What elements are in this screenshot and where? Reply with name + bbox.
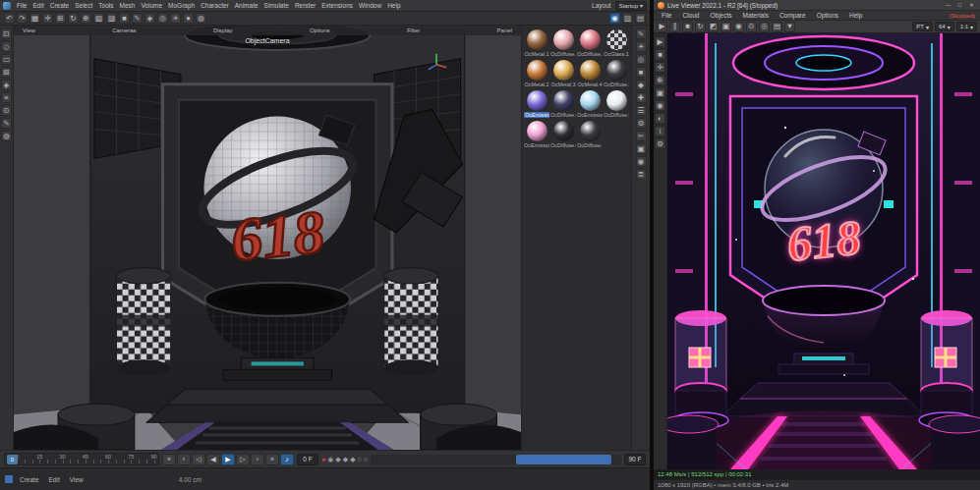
parameter-key-icon[interactable]: ○ xyxy=(358,456,362,463)
samples-select[interactable]: 64▾ xyxy=(935,22,954,31)
render-start-icon[interactable]: ▶ xyxy=(657,22,667,32)
c4d-menu-extensions[interactable]: Extensions xyxy=(318,2,356,9)
zoom-icon[interactable]: ⊕ xyxy=(655,75,665,85)
light-tool-icon[interactable]: ☀ xyxy=(636,41,647,52)
sound-button[interactable]: ♪ xyxy=(280,454,294,465)
end-frame-field[interactable]: 90 F xyxy=(624,454,646,465)
material-icon[interactable]: ● xyxy=(183,13,194,24)
viewport-menu-view[interactable]: View xyxy=(20,27,38,33)
c4d-menu-select[interactable]: Select xyxy=(72,2,95,9)
camera-tool-icon[interactable]: ◎ xyxy=(636,54,647,65)
goto-start-button[interactable]: « xyxy=(162,454,176,465)
camera-icon[interactable]: ◎ xyxy=(759,22,770,32)
polygons-mode-icon[interactable]: ▭ xyxy=(1,54,12,65)
octane-menu-file[interactable]: File xyxy=(659,12,674,19)
pen-icon[interactable]: ✎ xyxy=(1,118,12,129)
cut-icon[interactable]: ✂ xyxy=(636,131,647,141)
pen-tool-icon[interactable]: ✎ xyxy=(636,28,647,39)
maximize-button[interactable]: □ xyxy=(955,1,964,9)
c4d-menu-mesh[interactable]: Mesh xyxy=(116,2,138,9)
render-view-icon[interactable]: ▧ xyxy=(93,13,104,24)
add-object-icon[interactable]: ✚ xyxy=(636,92,647,103)
prev-key-button[interactable]: ‹ xyxy=(177,454,191,465)
c4d-menu-window[interactable]: Window xyxy=(356,2,384,9)
settings-icon[interactable]: ⚙ xyxy=(636,118,647,129)
pick-material-icon[interactable]: ◉ xyxy=(733,22,744,32)
c4d-menu-volume[interactable]: Volume xyxy=(138,2,165,9)
material-swatch[interactable]: OcDiffuse.6 xyxy=(550,120,576,149)
target-icon[interactable]: ◉ xyxy=(636,156,647,167)
c4d-menu-tools[interactable]: Tools xyxy=(95,2,116,9)
film-settings-icon[interactable]: ▤ xyxy=(772,22,782,32)
rotate-icon[interactable]: ↻ xyxy=(68,13,79,24)
lock-resolution-icon[interactable]: ◩ xyxy=(708,22,719,32)
pan-icon[interactable]: ✛ xyxy=(655,62,665,73)
statusbar-menu-edit[interactable]: Edit xyxy=(46,476,63,483)
c4d-menu-render[interactable]: Render xyxy=(292,2,318,9)
close-button[interactable]: ✕ xyxy=(967,1,976,9)
pick-icon[interactable]: ◉ xyxy=(655,100,665,111)
region-render-icon[interactable]: ▣ xyxy=(721,22,731,32)
octane-menu-compare[interactable]: Compare xyxy=(777,12,809,19)
octane-menu-cloud[interactable]: Cloud xyxy=(679,12,702,19)
panel-icon[interactable]: ▤ xyxy=(635,13,646,24)
layout-select[interactable]: Startup ▾ xyxy=(615,1,647,11)
material-swatch[interactable]: OcDiffuse.3 xyxy=(604,59,629,88)
c4d-menu-edit[interactable]: Edit xyxy=(29,2,46,9)
play-icon[interactable]: ▶ xyxy=(655,36,665,47)
material-swatch[interactable]: OcMetal.2 xyxy=(524,59,549,88)
viewport-menu-cameras[interactable]: Cameras xyxy=(109,27,139,33)
minimize-button[interactable]: — xyxy=(944,1,952,9)
material-swatch[interactable]: OcEmission.3 xyxy=(524,120,549,149)
model-mode-icon[interactable]: ⊠ xyxy=(1,67,12,78)
material-swatch[interactable]: OcDiffuse.4 xyxy=(550,89,576,119)
pick-focus-icon[interactable]: ⊙ xyxy=(746,22,757,32)
selection-icon[interactable]: ▦ xyxy=(29,13,40,24)
snap-icon[interactable]: ⊙ xyxy=(1,105,12,116)
position-key-icon[interactable]: ◆ xyxy=(335,456,340,463)
prev-frame-button[interactable]: ◁ xyxy=(192,454,205,465)
stop-icon[interactable]: ■ xyxy=(655,49,665,60)
octane-menu-options[interactable]: Options xyxy=(814,12,841,19)
edges-mode-icon[interactable]: ◇ xyxy=(1,41,12,52)
points-mode-icon[interactable]: ⊡ xyxy=(1,28,12,39)
material-swatch[interactable]: OcDiffuse.5 xyxy=(604,89,629,119)
statusbar-menu-create[interactable]: Create xyxy=(17,476,42,483)
layers-icon[interactable]: ≣ xyxy=(636,169,647,180)
record-button[interactable]: ● xyxy=(321,456,325,463)
kernel-select[interactable]: PT▾ xyxy=(912,22,933,31)
autokey-button[interactable]: ◉ xyxy=(327,456,333,463)
goto-end-button[interactable]: » xyxy=(265,454,279,465)
rotation-key-icon[interactable]: ◆ xyxy=(350,456,355,463)
white-balance-icon[interactable]: ◐ xyxy=(655,113,665,124)
grid-icon[interactable]: ▣ xyxy=(636,143,647,154)
current-frame-field[interactable]: 0 F xyxy=(297,454,318,465)
spline-pen-icon[interactable]: ✎ xyxy=(132,13,143,24)
settings-icon[interactable]: ⚙ xyxy=(655,138,665,149)
subdivision-icon[interactable]: ◈ xyxy=(144,13,155,24)
layout-split-icon[interactable]: ▥ xyxy=(622,13,633,24)
render-settings-icon[interactable]: ▨ xyxy=(106,13,117,24)
render-stop-icon[interactable]: ■ xyxy=(682,22,693,32)
material-swatch[interactable]: OcDiffuse.7 xyxy=(577,120,603,149)
octane-menu-objects[interactable]: Objects xyxy=(707,12,734,19)
next-frame-button[interactable]: ▷ xyxy=(236,454,250,465)
viewport-menu-display[interactable]: Display xyxy=(210,27,236,33)
viewport-menu-options[interactable]: Options xyxy=(307,27,333,33)
material-swatch[interactable]: OcGlass.1 xyxy=(604,28,629,58)
play-backwards-button[interactable]: ◀ xyxy=(206,454,220,465)
material-swatch[interactable]: OcMetal.4 xyxy=(577,59,603,88)
octane-render-view[interactable]: 618 xyxy=(667,33,980,469)
octane-menu-help[interactable]: Help xyxy=(846,12,865,19)
object-list-icon[interactable]: ☰ xyxy=(636,105,647,116)
c4d-menu-character[interactable]: Character xyxy=(198,2,232,9)
render-restart-icon[interactable]: ↻ xyxy=(695,22,706,32)
c4d-menu-help[interactable]: Help xyxy=(384,2,403,9)
material-swatch[interactable]: OcEmission.1 xyxy=(524,89,549,119)
coord-system-icon[interactable]: ⊕ xyxy=(81,13,91,24)
redo-icon[interactable]: ↷ xyxy=(17,13,28,24)
play-button[interactable]: ▶ xyxy=(221,454,235,465)
material-tool-icon[interactable]: ◆ xyxy=(636,80,647,90)
cube-primitive-icon[interactable]: ■ xyxy=(119,13,130,24)
pla-key-icon[interactable]: ○ xyxy=(364,456,368,463)
